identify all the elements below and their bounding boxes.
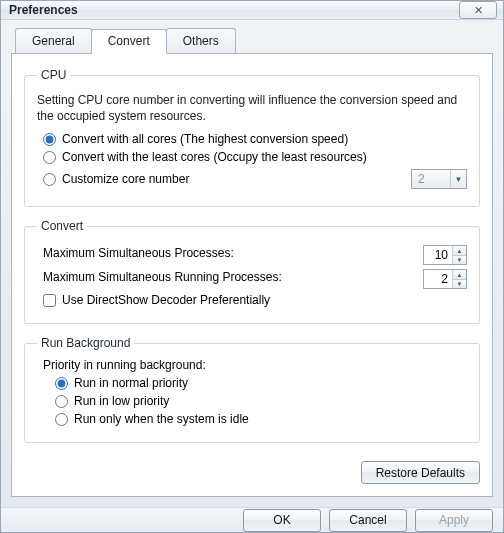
tab-panel-convert: CPU Setting CPU core number in convertin… <box>11 53 493 497</box>
radio-cpu-custom[interactable]: Customize core number <box>37 172 189 186</box>
cpu-core-value: 2 <box>412 170 450 188</box>
radio-cpu-all[interactable]: Convert with all cores (The highest conv… <box>37 132 467 146</box>
client-area: General Convert Others CPU Setting CPU c… <box>1 20 503 507</box>
radio-cpu-least[interactable]: Convert with the least cores (Occupy the… <box>37 150 467 164</box>
spin-up-icon[interactable]: ▲ <box>453 270 466 280</box>
group-convert-legend: Convert <box>37 219 87 233</box>
max-run-input[interactable] <box>424 270 452 288</box>
max-run-spin-buttons: ▲ ▼ <box>452 270 466 288</box>
chevron-down-icon: ▼ <box>450 170 466 188</box>
group-convert: Convert Maximum Simultaneous Processes: … <box>24 219 480 324</box>
radio-priority-idle-input[interactable] <box>55 413 68 426</box>
tab-strip: General Convert Others <box>15 28 493 53</box>
close-icon: ✕ <box>474 4 483 17</box>
max-proc-spin-buttons: ▲ ▼ <box>452 246 466 264</box>
max-proc-spinner[interactable]: ▲ ▼ <box>423 245 467 265</box>
max-run-label: Maximum Simultaneous Running Processes: <box>43 270 282 284</box>
max-proc-input[interactable] <box>424 246 452 264</box>
radio-priority-normal-input[interactable] <box>55 377 68 390</box>
apply-button[interactable]: Apply <box>415 509 493 532</box>
max-proc-label: Maximum Simultaneous Processes: <box>43 246 234 260</box>
runbg-prompt: Priority in running background: <box>43 358 467 372</box>
close-button[interactable]: ✕ <box>459 1 497 19</box>
group-cpu-legend: CPU <box>37 68 70 82</box>
radio-priority-idle[interactable]: Run only when the system is idle <box>49 412 467 426</box>
spin-up-icon[interactable]: ▲ <box>453 246 466 256</box>
radio-priority-normal-label: Run in normal priority <box>74 376 188 390</box>
tab-convert[interactable]: Convert <box>91 29 167 54</box>
radio-priority-low-label: Run in low priority <box>74 394 169 408</box>
tab-others[interactable]: Others <box>166 28 236 53</box>
max-run-spinner[interactable]: ▲ ▼ <box>423 269 467 289</box>
radio-priority-idle-label: Run only when the system is idle <box>74 412 249 426</box>
radio-cpu-least-label: Convert with the least cores (Occupy the… <box>62 150 367 164</box>
dialog-footer: OK Cancel Apply <box>1 507 503 532</box>
radio-priority-normal[interactable]: Run in normal priority <box>49 376 467 390</box>
group-cpu: CPU Setting CPU core number in convertin… <box>24 68 480 207</box>
ok-button[interactable]: OK <box>243 509 321 532</box>
tab-general[interactable]: General <box>15 28 92 53</box>
window-title: Preferences <box>9 3 459 17</box>
radio-priority-low[interactable]: Run in low priority <box>49 394 467 408</box>
cpu-description: Setting CPU core number in converting wi… <box>37 92 467 124</box>
titlebar: Preferences ✕ <box>1 1 503 20</box>
directshow-checkbox[interactable] <box>43 294 56 307</box>
radio-priority-low-input[interactable] <box>55 395 68 408</box>
preferences-window: Preferences ✕ General Convert Others CPU… <box>0 0 504 533</box>
radio-cpu-all-label: Convert with all cores (The highest conv… <box>62 132 348 146</box>
group-run-background: Run Background Priority in running backg… <box>24 336 480 443</box>
group-runbg-legend: Run Background <box>37 336 134 350</box>
directshow-check[interactable]: Use DirectShow Decoder Preferentially <box>37 293 467 307</box>
restore-defaults-button[interactable]: Restore Defaults <box>361 461 480 484</box>
spin-down-icon[interactable]: ▼ <box>453 280 466 289</box>
radio-cpu-all-input[interactable] <box>43 133 56 146</box>
radio-cpu-custom-input[interactable] <box>43 173 56 186</box>
radio-cpu-custom-label: Customize core number <box>62 172 189 186</box>
cancel-button[interactable]: Cancel <box>329 509 407 532</box>
cpu-core-combo[interactable]: 2 ▼ <box>411 169 467 189</box>
radio-cpu-least-input[interactable] <box>43 151 56 164</box>
directshow-label: Use DirectShow Decoder Preferentially <box>62 293 270 307</box>
spin-down-icon[interactable]: ▼ <box>453 256 466 265</box>
